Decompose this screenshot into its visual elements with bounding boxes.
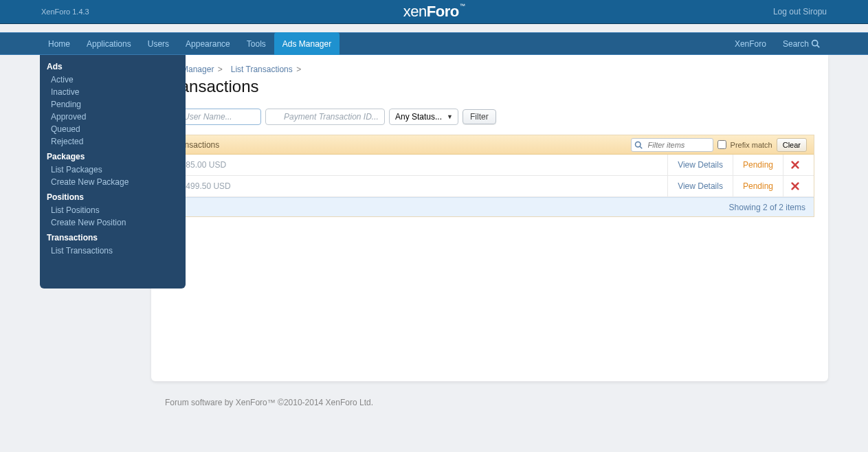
nav-home[interactable]: Home (40, 33, 78, 54)
sidebar-item-list-packages[interactable]: List Packages (40, 163, 186, 176)
header-bar: XenForo 1.4.3 xenForo™ Log out Siropu (0, 0, 868, 24)
sidebar-item-list-positions[interactable]: List Positions (40, 204, 186, 216)
table-row[interactable]: #1 85.00 USD View Details Pending (166, 155, 814, 176)
logout-link[interactable]: Log out Siropu (773, 7, 827, 16)
sidebar: Ads Active Inactive Pending Approved Que… (40, 55, 186, 289)
row-amount: 499.50 USD (186, 181, 230, 191)
nav-ads-manager[interactable]: Ads Manager (274, 32, 340, 55)
nav-users[interactable]: Users (140, 33, 177, 54)
table-header: Transactions Prefix match Clear (166, 135, 814, 155)
sidebar-item-approved[interactable]: Approved (40, 111, 186, 123)
sidebar-header-ads: Ads (40, 58, 186, 74)
filter-row: Any Status... Filter (165, 109, 814, 125)
sidebar-item-list-transactions[interactable]: List Transactions (40, 245, 186, 257)
svg-line-1 (817, 45, 819, 47)
nav-applications[interactable]: Applications (78, 33, 140, 54)
page-footer: Forum software by XenForo™ ©2010-2014 Xe… (0, 381, 868, 407)
status-pending[interactable]: Pending (733, 176, 783, 197)
svg-line-5 (640, 146, 642, 148)
logo[interactable]: xenForo™ (403, 3, 465, 21)
sidebar-item-rejected[interactable]: Rejected (40, 135, 186, 148)
search-icon (811, 39, 820, 48)
breadcrumb: Ads Manager > List Transactions > (165, 65, 814, 74)
nav-search[interactable]: Search (775, 33, 828, 54)
view-details-link[interactable]: View Details (667, 176, 733, 197)
table-row[interactable]: #2 499.50 USD View Details Pending (166, 176, 814, 197)
sidebar-header-positions: Positions (40, 188, 186, 204)
filter-button[interactable]: Filter (463, 109, 496, 124)
page-title: Transactions (165, 77, 814, 96)
svg-point-0 (812, 41, 818, 46)
view-details-link[interactable]: View Details (667, 155, 733, 176)
table-footer: Showing 2 of 2 items (166, 197, 814, 216)
nav-tools[interactable]: Tools (238, 33, 274, 54)
sidebar-item-inactive[interactable]: Inactive (40, 86, 186, 98)
delete-button[interactable] (783, 155, 807, 176)
prefix-match-label: Prefix match (731, 141, 772, 149)
sidebar-item-queued[interactable]: Queued (40, 123, 186, 135)
main-content: Ads Manager > List Transactions > Transa… (151, 55, 828, 381)
breadcrumb-list-transactions[interactable]: List Transactions (231, 65, 293, 74)
clear-button[interactable]: Clear (777, 138, 807, 152)
delete-icon (790, 160, 800, 170)
transactions-table: Transactions Prefix match Clear #1 85.00… (165, 135, 814, 217)
status-pending[interactable]: Pending (733, 155, 783, 176)
prefix-match-checkbox[interactable] (717, 140, 726, 149)
version-label: XenForo 1.4.3 (41, 8, 89, 16)
nav-xenforo-link[interactable]: XenForo (726, 33, 775, 54)
sidebar-item-create-position[interactable]: Create New Position (40, 216, 186, 229)
filter-items-input[interactable] (631, 138, 713, 152)
delete-icon (790, 181, 800, 191)
sidebar-header-packages: Packages (40, 148, 186, 163)
sidebar-item-active[interactable]: Active (40, 74, 186, 86)
nav-appearance[interactable]: Appearance (177, 33, 238, 54)
row-amount: 85.00 USD (186, 160, 226, 170)
sidebar-item-create-package[interactable]: Create New Package (40, 176, 186, 188)
sidebar-header-transactions: Transactions (40, 229, 186, 245)
search-icon (634, 141, 643, 149)
payment-id-input[interactable] (265, 109, 385, 125)
delete-button[interactable] (783, 176, 807, 197)
status-select[interactable]: Any Status... (389, 109, 458, 125)
main-nav: Home Applications Users Appearance Tools… (0, 32, 868, 55)
svg-point-4 (635, 142, 641, 147)
sidebar-item-pending[interactable]: Pending (40, 98, 186, 111)
